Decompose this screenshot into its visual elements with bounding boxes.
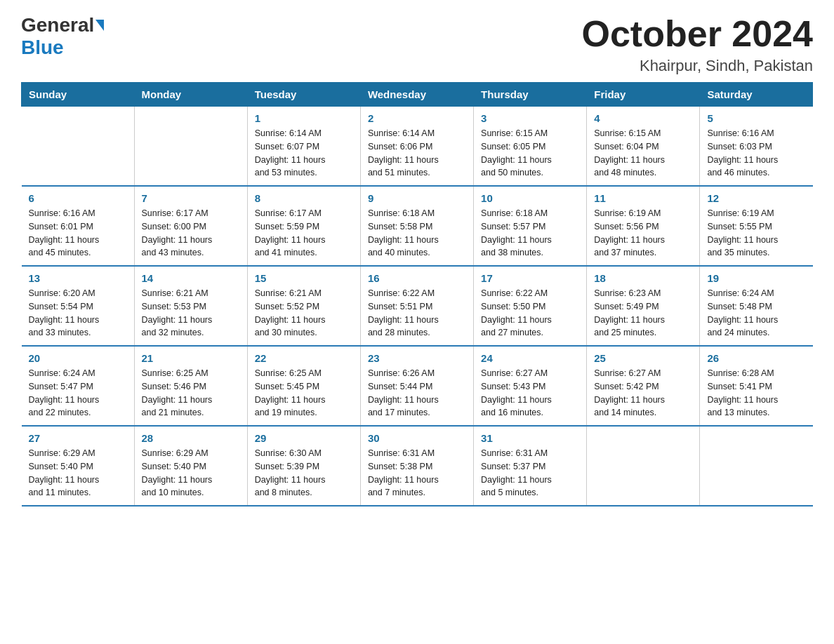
day-info: Sunrise: 6:22 AM Sunset: 5:50 PM Dayligh… bbox=[481, 287, 579, 340]
day-number: 3 bbox=[481, 112, 579, 124]
day-number: 22 bbox=[255, 352, 353, 364]
day-info: Sunrise: 6:16 AM Sunset: 6:01 PM Dayligh… bbox=[29, 207, 127, 260]
calendar-cell: 30Sunrise: 6:31 AM Sunset: 5:38 PM Dayli… bbox=[360, 426, 473, 506]
month-year-title: October 2024 bbox=[582, 14, 814, 54]
calendar-cell: 14Sunrise: 6:21 AM Sunset: 5:53 PM Dayli… bbox=[134, 266, 247, 346]
calendar-cell: 4Sunrise: 6:15 AM Sunset: 6:04 PM Daylig… bbox=[587, 107, 700, 187]
day-number: 4 bbox=[594, 112, 692, 124]
calendar-cell: 7Sunrise: 6:17 AM Sunset: 6:00 PM Daylig… bbox=[134, 186, 247, 266]
location-text: Khairpur, Sindh, Pakistan bbox=[582, 57, 814, 75]
day-info: Sunrise: 6:19 AM Sunset: 5:56 PM Dayligh… bbox=[594, 207, 692, 260]
calendar-cell: 1Sunrise: 6:14 AM Sunset: 6:07 PM Daylig… bbox=[247, 107, 360, 187]
day-info: Sunrise: 6:29 AM Sunset: 5:40 PM Dayligh… bbox=[142, 447, 240, 499]
day-number: 5 bbox=[707, 112, 805, 124]
calendar-cell: 18Sunrise: 6:23 AM Sunset: 5:49 PM Dayli… bbox=[587, 266, 700, 346]
day-number: 10 bbox=[481, 192, 579, 204]
calendar-cell: 23Sunrise: 6:26 AM Sunset: 5:44 PM Dayli… bbox=[360, 346, 473, 426]
calendar-cell: 13Sunrise: 6:20 AM Sunset: 5:54 PM Dayli… bbox=[22, 266, 135, 346]
day-info: Sunrise: 6:15 AM Sunset: 6:04 PM Dayligh… bbox=[594, 127, 692, 180]
day-info: Sunrise: 6:26 AM Sunset: 5:44 PM Dayligh… bbox=[368, 367, 466, 420]
calendar-cell bbox=[22, 107, 135, 187]
calendar-cell: 10Sunrise: 6:18 AM Sunset: 5:57 PM Dayli… bbox=[474, 186, 587, 266]
calendar-week-row-2: 6Sunrise: 6:16 AM Sunset: 6:01 PM Daylig… bbox=[22, 186, 813, 266]
calendar-cell: 17Sunrise: 6:22 AM Sunset: 5:50 PM Dayli… bbox=[474, 266, 587, 346]
day-info: Sunrise: 6:29 AM Sunset: 5:40 PM Dayligh… bbox=[29, 447, 127, 499]
calendar-cell: 8Sunrise: 6:17 AM Sunset: 5:59 PM Daylig… bbox=[247, 186, 360, 266]
calendar-cell: 27Sunrise: 6:29 AM Sunset: 5:40 PM Dayli… bbox=[22, 426, 135, 506]
calendar-cell: 29Sunrise: 6:30 AM Sunset: 5:39 PM Dayli… bbox=[247, 426, 360, 506]
calendar-cell: 12Sunrise: 6:19 AM Sunset: 5:55 PM Dayli… bbox=[700, 186, 813, 266]
weekday-header-thursday: Thursday bbox=[474, 83, 587, 107]
day-info: Sunrise: 6:17 AM Sunset: 5:59 PM Dayligh… bbox=[255, 207, 353, 260]
day-number: 6 bbox=[29, 192, 127, 204]
day-info: Sunrise: 6:25 AM Sunset: 5:45 PM Dayligh… bbox=[255, 367, 353, 420]
day-info: Sunrise: 6:16 AM Sunset: 6:03 PM Dayligh… bbox=[707, 127, 805, 180]
calendar-cell bbox=[700, 426, 813, 506]
day-info: Sunrise: 6:27 AM Sunset: 5:42 PM Dayligh… bbox=[594, 367, 692, 420]
day-info: Sunrise: 6:24 AM Sunset: 5:47 PM Dayligh… bbox=[29, 367, 127, 420]
day-number: 2 bbox=[368, 112, 466, 124]
day-number: 1 bbox=[255, 112, 353, 124]
calendar-week-row-5: 27Sunrise: 6:29 AM Sunset: 5:40 PM Dayli… bbox=[22, 426, 813, 506]
day-number: 20 bbox=[29, 352, 127, 364]
day-info: Sunrise: 6:22 AM Sunset: 5:51 PM Dayligh… bbox=[368, 287, 466, 340]
calendar-cell: 22Sunrise: 6:25 AM Sunset: 5:45 PM Dayli… bbox=[247, 346, 360, 426]
calendar-cell: 21Sunrise: 6:25 AM Sunset: 5:46 PM Dayli… bbox=[134, 346, 247, 426]
day-info: Sunrise: 6:31 AM Sunset: 5:37 PM Dayligh… bbox=[481, 447, 579, 499]
day-number: 12 bbox=[707, 192, 805, 204]
calendar-cell: 5Sunrise: 6:16 AM Sunset: 6:03 PM Daylig… bbox=[700, 107, 813, 187]
day-number: 31 bbox=[481, 432, 579, 444]
title-section: October 2024 Khairpur, Sindh, Pakistan bbox=[582, 14, 814, 75]
calendar-cell bbox=[134, 107, 247, 187]
day-info: Sunrise: 6:23 AM Sunset: 5:49 PM Dayligh… bbox=[594, 287, 692, 340]
day-number: 30 bbox=[368, 432, 466, 444]
day-number: 19 bbox=[707, 272, 805, 284]
calendar-cell: 11Sunrise: 6:19 AM Sunset: 5:56 PM Dayli… bbox=[587, 186, 700, 266]
day-number: 26 bbox=[707, 352, 805, 364]
calendar-cell: 9Sunrise: 6:18 AM Sunset: 5:58 PM Daylig… bbox=[360, 186, 473, 266]
day-number: 21 bbox=[142, 352, 240, 364]
day-number: 8 bbox=[255, 192, 353, 204]
day-info: Sunrise: 6:20 AM Sunset: 5:54 PM Dayligh… bbox=[29, 287, 127, 340]
weekday-header-friday: Friday bbox=[587, 83, 700, 107]
day-number: 29 bbox=[255, 432, 353, 444]
calendar-cell: 6Sunrise: 6:16 AM Sunset: 6:01 PM Daylig… bbox=[22, 186, 135, 266]
day-number: 23 bbox=[368, 352, 466, 364]
calendar-cell: 2Sunrise: 6:14 AM Sunset: 6:06 PM Daylig… bbox=[360, 107, 473, 187]
day-info: Sunrise: 6:14 AM Sunset: 6:06 PM Dayligh… bbox=[368, 127, 466, 180]
calendar-cell: 25Sunrise: 6:27 AM Sunset: 5:42 PM Dayli… bbox=[587, 346, 700, 426]
logo: General Blue bbox=[21, 14, 104, 59]
day-number: 13 bbox=[29, 272, 127, 284]
day-info: Sunrise: 6:28 AM Sunset: 5:41 PM Dayligh… bbox=[707, 367, 805, 420]
day-info: Sunrise: 6:21 AM Sunset: 5:53 PM Dayligh… bbox=[142, 287, 240, 340]
calendar-cell: 20Sunrise: 6:24 AM Sunset: 5:47 PM Dayli… bbox=[22, 346, 135, 426]
day-number: 18 bbox=[594, 272, 692, 284]
day-info: Sunrise: 6:27 AM Sunset: 5:43 PM Dayligh… bbox=[481, 367, 579, 420]
weekday-header-row: SundayMondayTuesdayWednesdayThursdayFrid… bbox=[22, 83, 813, 107]
logo-blue-text: Blue bbox=[21, 36, 64, 58]
day-number: 9 bbox=[368, 192, 466, 204]
logo-triangle-icon bbox=[95, 20, 104, 31]
day-info: Sunrise: 6:18 AM Sunset: 5:58 PM Dayligh… bbox=[368, 207, 466, 260]
day-number: 25 bbox=[594, 352, 692, 364]
day-info: Sunrise: 6:30 AM Sunset: 5:39 PM Dayligh… bbox=[255, 447, 353, 499]
weekday-header-monday: Monday bbox=[134, 83, 247, 107]
day-info: Sunrise: 6:15 AM Sunset: 6:05 PM Dayligh… bbox=[481, 127, 579, 180]
calendar-cell: 24Sunrise: 6:27 AM Sunset: 5:43 PM Dayli… bbox=[474, 346, 587, 426]
calendar-cell: 31Sunrise: 6:31 AM Sunset: 5:37 PM Dayli… bbox=[474, 426, 587, 506]
day-info: Sunrise: 6:24 AM Sunset: 5:48 PM Dayligh… bbox=[707, 287, 805, 340]
calendar-cell: 19Sunrise: 6:24 AM Sunset: 5:48 PM Dayli… bbox=[700, 266, 813, 346]
logo-general-text: General bbox=[21, 14, 94, 36]
day-number: 15 bbox=[255, 272, 353, 284]
day-number: 28 bbox=[142, 432, 240, 444]
day-number: 7 bbox=[142, 192, 240, 204]
calendar-cell bbox=[587, 426, 700, 506]
calendar-week-row-4: 20Sunrise: 6:24 AM Sunset: 5:47 PM Dayli… bbox=[22, 346, 813, 426]
weekday-header-tuesday: Tuesday bbox=[247, 83, 360, 107]
day-info: Sunrise: 6:14 AM Sunset: 6:07 PM Dayligh… bbox=[255, 127, 353, 180]
page-header: General Blue October 2024 Khairpur, Sind… bbox=[21, 14, 813, 75]
calendar-cell: 28Sunrise: 6:29 AM Sunset: 5:40 PM Dayli… bbox=[134, 426, 247, 506]
day-number: 16 bbox=[368, 272, 466, 284]
calendar-week-row-1: 1Sunrise: 6:14 AM Sunset: 6:07 PM Daylig… bbox=[22, 107, 813, 187]
day-info: Sunrise: 6:31 AM Sunset: 5:38 PM Dayligh… bbox=[368, 447, 466, 499]
